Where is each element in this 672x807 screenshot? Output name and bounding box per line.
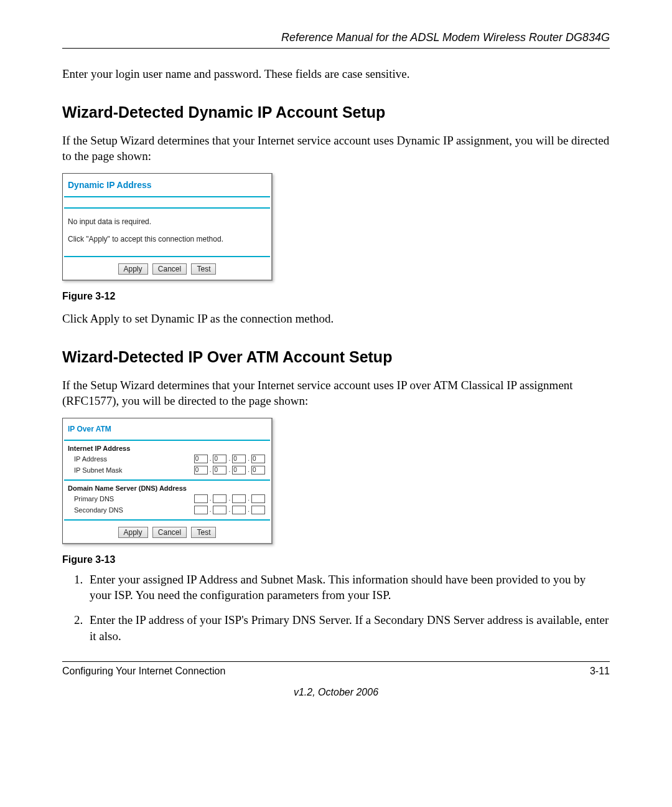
page-header: Reference Manual for the ADSL Modem Wire… — [62, 31, 610, 49]
footer-section-name: Configuring Your Internet Connection — [62, 666, 225, 677]
dynamic-ip-panel: Dynamic IP Address No input data is requ… — [62, 173, 273, 281]
primary-dns-label: Primary DNS — [74, 495, 114, 503]
ip-octet-1[interactable]: 0 — [194, 455, 208, 463]
figure-caption-3-13: Figure 3-13 — [62, 554, 610, 565]
step-2: Enter the IP address of your ISP's Prima… — [86, 612, 610, 644]
ip-address-input-group: 0. 0. 0. 0 — [194, 455, 265, 463]
section1-after-paragraph: Click Apply to set Dynamic IP as the con… — [62, 311, 610, 327]
panel-button-row: Apply Cancel Test — [64, 521, 270, 543]
group-label-internet-ip: Internet IP Address — [63, 441, 271, 453]
subnet-mask-row: IP Subnet Mask 0. 0. 0. 0 — [63, 465, 271, 476]
group-label-dns: Domain Name Server (DNS) Address — [63, 481, 271, 493]
pdns-octet-1[interactable] — [194, 494, 208, 503]
sdns-octet-2[interactable] — [213, 506, 226, 514]
apply-button[interactable]: Apply — [118, 527, 148, 538]
step-1: Enter your assigned IP Address and Subne… — [86, 572, 610, 603]
mask-octet-1[interactable]: 0 — [194, 466, 208, 474]
pdns-octet-2[interactable] — [213, 494, 226, 503]
secondary-dns-row: Secondary DNS . . . — [63, 504, 271, 516]
subnet-mask-input-group: 0. 0. 0. 0 — [194, 466, 265, 474]
intro-paragraph: Enter your login user name and password.… — [62, 66, 610, 82]
sdns-octet-3[interactable] — [232, 506, 246, 514]
footer-page-number: 3-11 — [590, 666, 610, 677]
panel-text: Click "Apply" to accept this connection … — [68, 235, 266, 243]
panel-button-row: Apply Cancel Test — [64, 256, 270, 280]
ip-address-label: IP Address — [74, 455, 107, 463]
steps-list: Enter your assigned IP Address and Subne… — [62, 572, 610, 644]
panel-title-ip-over-atm: IP Over ATM — [63, 418, 271, 437]
secondary-dns-label: Secondary DNS — [74, 506, 123, 514]
pdns-octet-4[interactable] — [251, 494, 265, 503]
footer-version: v1.2, October 2006 — [62, 687, 610, 698]
ip-over-atm-panel: IP Over ATM Internet IP Address IP Addre… — [62, 418, 273, 544]
cancel-button[interactable]: Cancel — [152, 527, 187, 538]
section2-paragraph: If the Setup Wizard determines that your… — [62, 377, 610, 409]
mask-octet-2[interactable]: 0 — [213, 466, 226, 474]
primary-dns-row: Primary DNS . . . — [63, 493, 271, 504]
secondary-dns-input-group: . . . — [194, 506, 265, 514]
page-footer: Configuring Your Internet Connection 3-1… — [62, 661, 610, 677]
section-heading-dynamic-ip: Wizard-Detected Dynamic IP Account Setup — [62, 103, 610, 121]
ip-octet-4[interactable]: 0 — [251, 455, 265, 463]
ip-octet-2[interactable]: 0 — [213, 455, 226, 463]
section1-paragraph: If the Setup Wizard determines that your… — [62, 133, 610, 164]
test-button[interactable]: Test — [191, 527, 216, 538]
pdns-octet-3[interactable] — [232, 494, 246, 503]
sdns-octet-1[interactable] — [194, 506, 208, 514]
ip-address-row: IP Address 0. 0. 0. 0 — [63, 453, 271, 465]
apply-button[interactable]: Apply — [118, 263, 148, 275]
panel-title-dynamic-ip: Dynamic IP Address — [63, 174, 271, 194]
mask-octet-4[interactable]: 0 — [251, 466, 265, 474]
subnet-mask-label: IP Subnet Mask — [74, 466, 122, 474]
cancel-button[interactable]: Cancel — [152, 263, 187, 275]
test-button[interactable]: Test — [191, 263, 216, 275]
section-heading-ip-over-atm: Wizard-Detected IP Over ATM Account Setu… — [62, 348, 610, 366]
sdns-octet-4[interactable] — [251, 506, 265, 514]
panel-body: No input data is required. Click "Apply"… — [63, 209, 271, 256]
figure-caption-3-12: Figure 3-12 — [62, 291, 610, 302]
mask-octet-3[interactable]: 0 — [232, 466, 246, 474]
ip-octet-3[interactable]: 0 — [232, 455, 246, 463]
primary-dns-input-group: . . . — [194, 494, 265, 503]
panel-text: No input data is required. — [68, 217, 266, 226]
